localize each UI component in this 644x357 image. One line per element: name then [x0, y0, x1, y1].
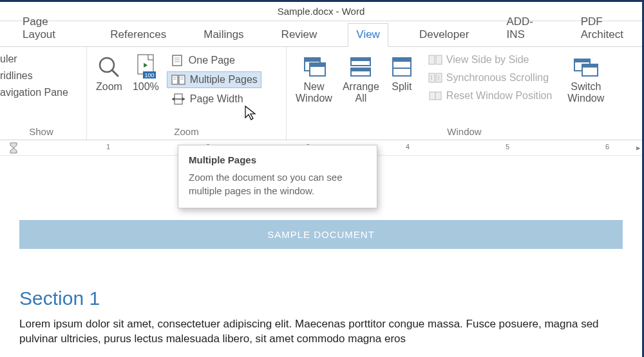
svg-text:100: 100 — [145, 72, 155, 78]
svg-rect-6 — [173, 55, 182, 66]
svg-marker-43 — [10, 143, 17, 148]
svg-line-1 — [112, 70, 118, 76]
tab-mailings[interactable]: Mailings — [197, 23, 250, 46]
group-window-label: Window — [290, 125, 638, 138]
svg-rect-11 — [179, 75, 185, 84]
group-window: NewWindow ArrangeAll Split — [287, 47, 642, 140]
tooltip: Multiple Pages Zoom the document so you … — [178, 145, 377, 208]
svg-rect-42 — [582, 64, 598, 68]
new-window-button[interactable]: NewWindow — [290, 50, 337, 106]
tab-pdf-architect[interactable]: PDF Architect — [574, 10, 642, 46]
ruler-num: 1 — [106, 143, 110, 151]
magnifier-icon — [97, 52, 121, 81]
svg-rect-32 — [436, 55, 442, 64]
ribbon: uler ridlines avigation Pane Show Zoom 1 — [0, 47, 642, 140]
one-page-button[interactable]: One Page — [167, 52, 261, 69]
checkbox-gridlines[interactable]: ridlines — [0, 69, 82, 83]
arrange-all-button[interactable]: ArrangeAll — [337, 50, 384, 106]
one-page-icon — [171, 54, 185, 67]
svg-marker-44 — [10, 148, 17, 153]
ruler-num: 5 — [506, 143, 509, 151]
group-show-label: Show — [0, 125, 82, 138]
svg-rect-25 — [351, 58, 370, 61]
page-width-button[interactable]: Page Width — [167, 91, 261, 107]
ruler-scroll-right-icon[interactable]: ▸ — [636, 143, 641, 152]
tab-references[interactable]: References — [104, 23, 173, 46]
svg-rect-23 — [310, 63, 325, 67]
tooltip-title: Multiple Pages — [189, 154, 366, 165]
checkbox-ruler[interactable]: uler — [0, 52, 82, 66]
svg-rect-29 — [393, 58, 411, 62]
checkbox-navigation-pane[interactable]: avigation Pane — [0, 86, 82, 100]
view-side-by-side-button[interactable]: View Side by Side — [424, 52, 556, 68]
svg-rect-40 — [574, 59, 590, 62]
ruler-num: 4 — [406, 143, 410, 151]
svg-rect-31 — [429, 55, 435, 64]
reset-position-icon — [428, 90, 442, 102]
switch-windows-button[interactable]: SwitchWindow — [562, 50, 609, 106]
tab-view[interactable]: View — [348, 23, 388, 47]
app-window: Sample.docx - Word Page Layout Reference… — [0, 0, 644, 357]
page-width-icon — [171, 93, 186, 105]
page-100-icon: 100 — [134, 52, 157, 81]
ribbon-tabs: Page Layout References Mailings Review V… — [0, 21, 642, 47]
multiple-pages-button[interactable]: Multiple Pages — [167, 71, 261, 88]
switch-windows-icon — [572, 52, 600, 81]
tab-review[interactable]: Review — [275, 23, 324, 46]
tab-addins[interactable]: ADD-INS — [500, 10, 549, 46]
split-button[interactable]: Split — [384, 50, 419, 95]
document-banner: SAMPLE DOCUMENT — [19, 220, 623, 249]
tab-developer[interactable]: Developer — [413, 23, 476, 46]
document-paragraph[interactable]: Lorem ipsum dolor sit amet, consectetuer… — [19, 317, 623, 347]
indent-marker-icon[interactable] — [9, 140, 18, 154]
side-by-side-icon — [428, 54, 442, 66]
sync-scroll-icon — [428, 72, 442, 84]
split-icon — [390, 52, 414, 81]
zoom-100-button[interactable]: 100 100% — [128, 50, 164, 95]
synchronous-scrolling-button[interactable]: Synchronous Scrolling — [424, 70, 556, 86]
ruler-num: 6 — [605, 143, 609, 151]
new-window-icon — [301, 52, 327, 81]
group-show: uler ridlines avigation Pane Show — [0, 47, 87, 140]
group-zoom-label: Zoom — [91, 125, 282, 138]
reset-window-position-button[interactable]: Reset Window Position — [424, 88, 556, 104]
svg-marker-18 — [172, 97, 175, 101]
svg-rect-21 — [305, 58, 320, 62]
svg-rect-27 — [351, 68, 370, 71]
multiple-pages-icon — [171, 73, 186, 86]
group-zoom: Zoom 100 100% One Page — [87, 47, 287, 140]
tooltip-body: Zoom the document so you can see multipl… — [189, 170, 366, 197]
arrange-all-icon — [348, 52, 373, 81]
zoom-button[interactable]: Zoom — [91, 50, 128, 95]
document-heading[interactable]: Section 1 — [19, 288, 623, 309]
tab-page-layout[interactable]: Page Layout — [16, 10, 79, 46]
svg-rect-10 — [172, 75, 178, 84]
svg-marker-19 — [182, 97, 185, 101]
window-title: Sample.docx - Word — [278, 6, 365, 17]
